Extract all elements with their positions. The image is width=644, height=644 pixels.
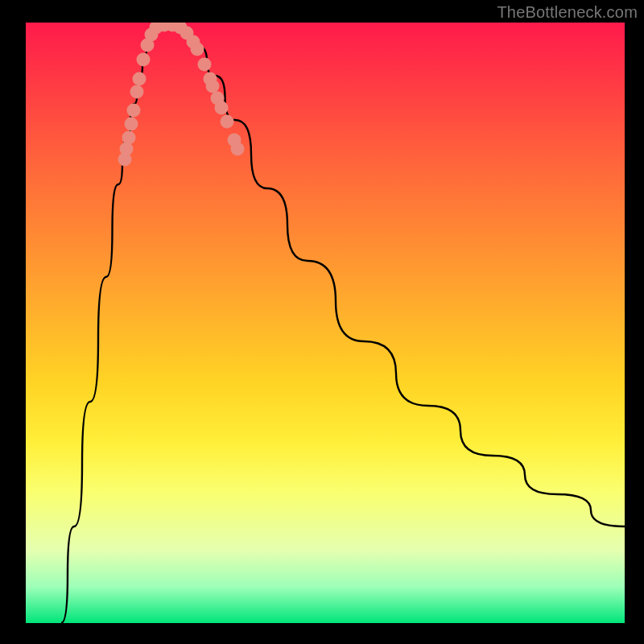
chart-frame: TheBottleneck.com — [0, 0, 644, 644]
curve-right — [179, 26, 625, 526]
data-marker — [231, 142, 245, 156]
data-marker — [127, 104, 141, 118]
data-marker — [130, 85, 144, 99]
data-marker — [191, 43, 204, 56]
data-marker — [133, 72, 147, 86]
data-marker — [120, 142, 134, 156]
data-marker — [137, 53, 151, 67]
data-marker — [198, 58, 212, 72]
data-marker — [215, 101, 229, 115]
chart-overlay — [26, 23, 625, 623]
data-marker — [221, 115, 234, 129]
watermark-text: TheBottleneck.com — [497, 3, 638, 22]
data-marker — [122, 131, 136, 145]
plot-area — [26, 23, 625, 623]
data-marker — [206, 80, 220, 93]
data-marker — [125, 118, 138, 131]
curve-left — [61, 26, 159, 623]
